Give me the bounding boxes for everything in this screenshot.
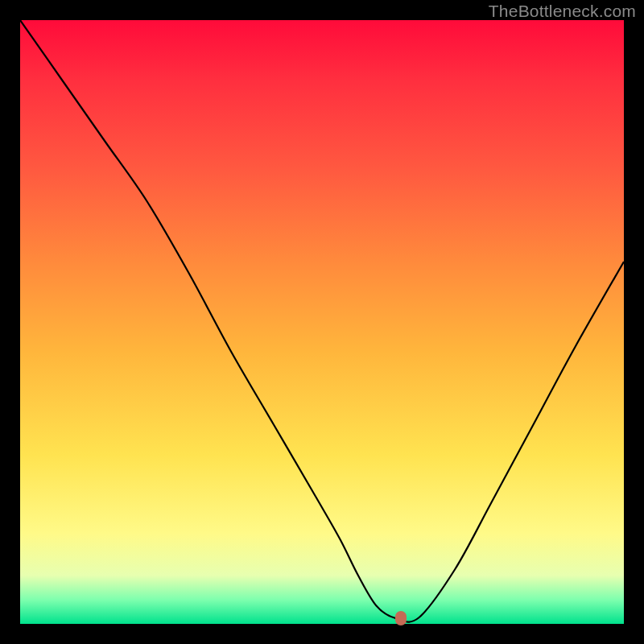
watermark-text: TheBottleneck.com (489, 2, 636, 21)
chart-frame: TheBottleneck.com (0, 0, 644, 644)
plot-area (20, 20, 624, 624)
curve-path (20, 20, 624, 622)
optimal-point-marker (395, 611, 407, 625)
bottleneck-curve (20, 20, 624, 624)
